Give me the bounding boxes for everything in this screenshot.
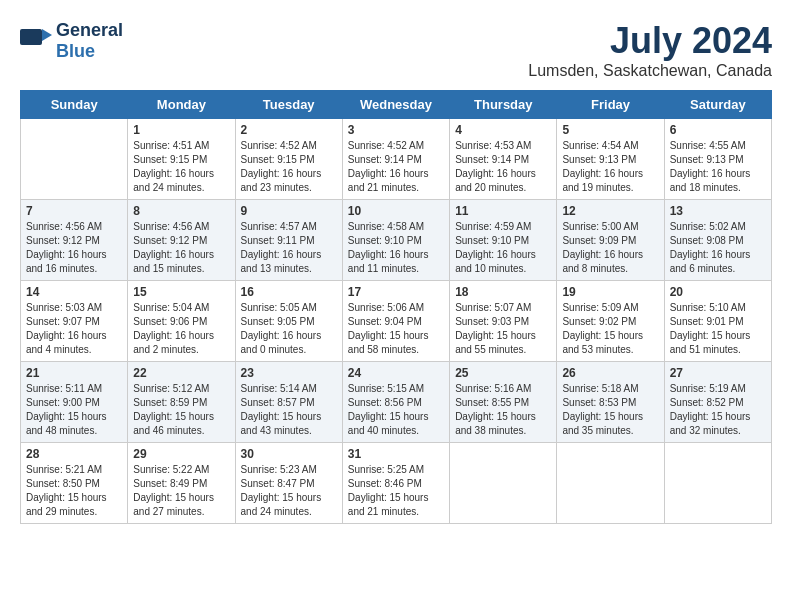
day-info: Sunrise: 5:06 AM Sunset: 9:04 PM Dayligh… bbox=[348, 301, 444, 357]
day-number: 10 bbox=[348, 204, 444, 218]
day-info: Sunrise: 4:55 AM Sunset: 9:13 PM Dayligh… bbox=[670, 139, 766, 195]
day-number: 13 bbox=[670, 204, 766, 218]
day-info: Sunrise: 4:53 AM Sunset: 9:14 PM Dayligh… bbox=[455, 139, 551, 195]
month-title: July 2024 bbox=[528, 20, 772, 62]
calendar-week-3: 14Sunrise: 5:03 AM Sunset: 9:07 PM Dayli… bbox=[21, 281, 772, 362]
calendar-cell: 24Sunrise: 5:15 AM Sunset: 8:56 PM Dayli… bbox=[342, 362, 449, 443]
calendar-cell: 12Sunrise: 5:00 AM Sunset: 9:09 PM Dayli… bbox=[557, 200, 664, 281]
calendar-cell: 20Sunrise: 5:10 AM Sunset: 9:01 PM Dayli… bbox=[664, 281, 771, 362]
calendar-cell: 30Sunrise: 5:23 AM Sunset: 8:47 PM Dayli… bbox=[235, 443, 342, 524]
day-number: 1 bbox=[133, 123, 229, 137]
day-number: 21 bbox=[26, 366, 122, 380]
day-number: 15 bbox=[133, 285, 229, 299]
day-info: Sunrise: 5:18 AM Sunset: 8:53 PM Dayligh… bbox=[562, 382, 658, 438]
day-info: Sunrise: 5:11 AM Sunset: 9:00 PM Dayligh… bbox=[26, 382, 122, 438]
day-info: Sunrise: 5:00 AM Sunset: 9:09 PM Dayligh… bbox=[562, 220, 658, 276]
day-number: 25 bbox=[455, 366, 551, 380]
day-info: Sunrise: 4:59 AM Sunset: 9:10 PM Dayligh… bbox=[455, 220, 551, 276]
calendar-cell: 31Sunrise: 5:25 AM Sunset: 8:46 PM Dayli… bbox=[342, 443, 449, 524]
day-number: 7 bbox=[26, 204, 122, 218]
day-info: Sunrise: 5:22 AM Sunset: 8:49 PM Dayligh… bbox=[133, 463, 229, 519]
calendar-header: Sunday Monday Tuesday Wednesday Thursday… bbox=[21, 91, 772, 119]
page-header: General Blue July 2024 Lumsden, Saskatch… bbox=[20, 20, 772, 80]
day-info: Sunrise: 4:52 AM Sunset: 9:14 PM Dayligh… bbox=[348, 139, 444, 195]
calendar-cell: 23Sunrise: 5:14 AM Sunset: 8:57 PM Dayli… bbox=[235, 362, 342, 443]
day-info: Sunrise: 5:15 AM Sunset: 8:56 PM Dayligh… bbox=[348, 382, 444, 438]
day-number: 31 bbox=[348, 447, 444, 461]
calendar-cell: 26Sunrise: 5:18 AM Sunset: 8:53 PM Dayli… bbox=[557, 362, 664, 443]
day-info: Sunrise: 4:57 AM Sunset: 9:11 PM Dayligh… bbox=[241, 220, 337, 276]
calendar-cell: 2Sunrise: 4:52 AM Sunset: 9:15 PM Daylig… bbox=[235, 119, 342, 200]
day-info: Sunrise: 4:51 AM Sunset: 9:15 PM Dayligh… bbox=[133, 139, 229, 195]
day-number: 17 bbox=[348, 285, 444, 299]
calendar-cell bbox=[557, 443, 664, 524]
calendar-cell bbox=[664, 443, 771, 524]
day-number: 18 bbox=[455, 285, 551, 299]
calendar-cell: 28Sunrise: 5:21 AM Sunset: 8:50 PM Dayli… bbox=[21, 443, 128, 524]
calendar-cell: 8Sunrise: 4:56 AM Sunset: 9:12 PM Daylig… bbox=[128, 200, 235, 281]
calendar-cell: 5Sunrise: 4:54 AM Sunset: 9:13 PM Daylig… bbox=[557, 119, 664, 200]
col-thursday: Thursday bbox=[450, 91, 557, 119]
col-monday: Monday bbox=[128, 91, 235, 119]
calendar-week-2: 7Sunrise: 4:56 AM Sunset: 9:12 PM Daylig… bbox=[21, 200, 772, 281]
calendar-week-4: 21Sunrise: 5:11 AM Sunset: 9:00 PM Dayli… bbox=[21, 362, 772, 443]
day-number: 28 bbox=[26, 447, 122, 461]
day-info: Sunrise: 5:19 AM Sunset: 8:52 PM Dayligh… bbox=[670, 382, 766, 438]
calendar-cell: 6Sunrise: 4:55 AM Sunset: 9:13 PM Daylig… bbox=[664, 119, 771, 200]
day-info: Sunrise: 5:02 AM Sunset: 9:08 PM Dayligh… bbox=[670, 220, 766, 276]
day-info: Sunrise: 5:10 AM Sunset: 9:01 PM Dayligh… bbox=[670, 301, 766, 357]
calendar-cell: 21Sunrise: 5:11 AM Sunset: 9:00 PM Dayli… bbox=[21, 362, 128, 443]
day-info: Sunrise: 5:03 AM Sunset: 9:07 PM Dayligh… bbox=[26, 301, 122, 357]
day-info: Sunrise: 5:05 AM Sunset: 9:05 PM Dayligh… bbox=[241, 301, 337, 357]
location-title: Lumsden, Saskatchewan, Canada bbox=[528, 62, 772, 80]
day-number: 30 bbox=[241, 447, 337, 461]
svg-marker-1 bbox=[42, 29, 52, 41]
calendar-cell: 25Sunrise: 5:16 AM Sunset: 8:55 PM Dayli… bbox=[450, 362, 557, 443]
header-row: Sunday Monday Tuesday Wednesday Thursday… bbox=[21, 91, 772, 119]
day-info: Sunrise: 4:56 AM Sunset: 9:12 PM Dayligh… bbox=[133, 220, 229, 276]
day-number: 4 bbox=[455, 123, 551, 137]
logo-icon bbox=[20, 25, 52, 57]
calendar-cell: 14Sunrise: 5:03 AM Sunset: 9:07 PM Dayli… bbox=[21, 281, 128, 362]
logo: General Blue bbox=[20, 20, 123, 62]
calendar-body: 1Sunrise: 4:51 AM Sunset: 9:15 PM Daylig… bbox=[21, 119, 772, 524]
day-info: Sunrise: 5:23 AM Sunset: 8:47 PM Dayligh… bbox=[241, 463, 337, 519]
day-number: 19 bbox=[562, 285, 658, 299]
calendar-cell: 10Sunrise: 4:58 AM Sunset: 9:10 PM Dayli… bbox=[342, 200, 449, 281]
day-number: 6 bbox=[670, 123, 766, 137]
col-saturday: Saturday bbox=[664, 91, 771, 119]
day-info: Sunrise: 5:12 AM Sunset: 8:59 PM Dayligh… bbox=[133, 382, 229, 438]
logo-text-general: General bbox=[56, 20, 123, 41]
calendar-cell: 1Sunrise: 4:51 AM Sunset: 9:15 PM Daylig… bbox=[128, 119, 235, 200]
day-number: 26 bbox=[562, 366, 658, 380]
calendar-cell: 11Sunrise: 4:59 AM Sunset: 9:10 PM Dayli… bbox=[450, 200, 557, 281]
calendar-cell: 22Sunrise: 5:12 AM Sunset: 8:59 PM Dayli… bbox=[128, 362, 235, 443]
day-number: 8 bbox=[133, 204, 229, 218]
day-info: Sunrise: 5:14 AM Sunset: 8:57 PM Dayligh… bbox=[241, 382, 337, 438]
calendar-cell: 27Sunrise: 5:19 AM Sunset: 8:52 PM Dayli… bbox=[664, 362, 771, 443]
day-number: 2 bbox=[241, 123, 337, 137]
col-tuesday: Tuesday bbox=[235, 91, 342, 119]
calendar-cell: 3Sunrise: 4:52 AM Sunset: 9:14 PM Daylig… bbox=[342, 119, 449, 200]
day-info: Sunrise: 4:58 AM Sunset: 9:10 PM Dayligh… bbox=[348, 220, 444, 276]
day-info: Sunrise: 4:52 AM Sunset: 9:15 PM Dayligh… bbox=[241, 139, 337, 195]
calendar-cell: 4Sunrise: 4:53 AM Sunset: 9:14 PM Daylig… bbox=[450, 119, 557, 200]
calendar-week-5: 28Sunrise: 5:21 AM Sunset: 8:50 PM Dayli… bbox=[21, 443, 772, 524]
calendar-week-1: 1Sunrise: 4:51 AM Sunset: 9:15 PM Daylig… bbox=[21, 119, 772, 200]
day-number: 5 bbox=[562, 123, 658, 137]
calendar-cell: 17Sunrise: 5:06 AM Sunset: 9:04 PM Dayli… bbox=[342, 281, 449, 362]
day-number: 16 bbox=[241, 285, 337, 299]
day-info: Sunrise: 5:25 AM Sunset: 8:46 PM Dayligh… bbox=[348, 463, 444, 519]
calendar-cell bbox=[450, 443, 557, 524]
col-sunday: Sunday bbox=[21, 91, 128, 119]
col-wednesday: Wednesday bbox=[342, 91, 449, 119]
day-info: Sunrise: 5:07 AM Sunset: 9:03 PM Dayligh… bbox=[455, 301, 551, 357]
calendar-cell bbox=[21, 119, 128, 200]
calendar-cell: 16Sunrise: 5:05 AM Sunset: 9:05 PM Dayli… bbox=[235, 281, 342, 362]
day-number: 12 bbox=[562, 204, 658, 218]
day-number: 20 bbox=[670, 285, 766, 299]
day-number: 11 bbox=[455, 204, 551, 218]
logo-text-blue: Blue bbox=[56, 41, 123, 62]
calendar-cell: 29Sunrise: 5:22 AM Sunset: 8:49 PM Dayli… bbox=[128, 443, 235, 524]
day-info: Sunrise: 5:04 AM Sunset: 9:06 PM Dayligh… bbox=[133, 301, 229, 357]
